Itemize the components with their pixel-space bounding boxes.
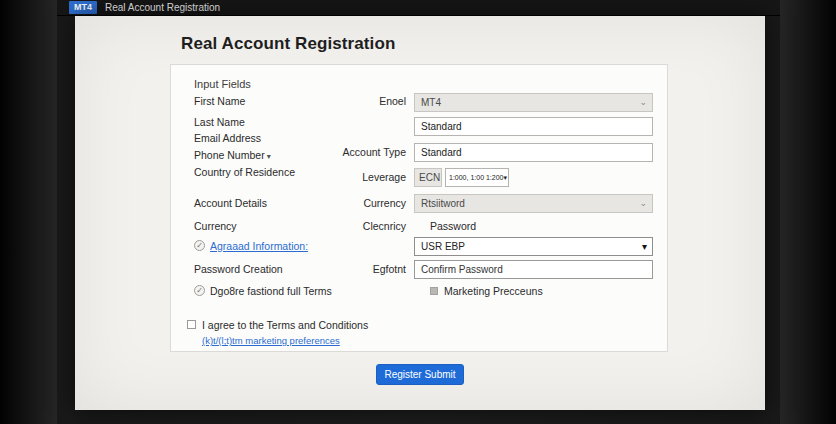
screen: MT4 Real Account Registration Real Accou… [0,0,836,424]
leverage-select[interactable]: 1:000, 1:00 1:200▾ [445,168,509,187]
confirm-password-value: Confirm Password [421,264,503,275]
ecn-label: ECN [419,172,440,183]
currency-value: Rtsiitword [421,198,465,209]
currency-select[interactable]: Rtsiitword ⌄ [414,194,653,213]
register-submit-button[interactable]: Register Submit [376,364,464,385]
currency2-label: Clecnricy [271,220,406,232]
page: Real Account Registration Input Fields F… [75,16,765,410]
section-title: Input Fields [194,78,251,90]
last-name-label: Last Name [194,116,245,128]
dark-edge-left [0,0,57,424]
account-details-label: Account Details [194,197,267,209]
phone-number-dropdown[interactable]: Phone Number▾ [194,149,271,161]
form-card: Input Fields First Name Last Name Email … [170,64,668,352]
account-type-label: Account Type [271,146,406,158]
window-title: Real Account Registration [105,2,220,13]
password-label: Password [430,220,476,232]
phone-number-label: Phone Number [194,149,265,161]
terms-checkbox[interactable] [187,320,196,329]
confirm-password-input[interactable]: Confirm Password [414,260,653,279]
ecn-button[interactable]: ECN [414,168,442,187]
password-creation-label: Password Creation [194,263,283,275]
check-circle-icon: ✓ [194,285,205,296]
confirm-label: Egfotnt [271,263,406,275]
platform-value: MT4 [421,97,441,108]
chevron-down-icon: ⌄ [639,195,647,212]
caret-down-icon: ▾ [642,238,647,255]
email-address-label: Email Address [194,132,261,144]
marketing-label: Marketing Precceuns [444,285,543,297]
platform-select[interactable]: MT4 ⌄ [414,93,653,112]
account-subtype-input[interactable]: Standard [414,143,653,162]
check-circle-icon: ✓ [194,240,205,251]
full-terms-label: Dgo8re fastiond full Terms [210,285,332,297]
marketing-preferences-link[interactable]: (k)t/(l;t)tm marketing preferences [202,335,340,346]
window-titlebar: MT4 Real Account Registration [57,0,780,16]
account-type-value: Standard [421,121,462,132]
terms-label: I agree to the Terms and Conditions [202,319,368,331]
page-title: Real Account Registration [181,34,395,54]
caret-down-icon: ▾ [504,174,508,181]
agreed-information-link[interactable]: Agraaad Information: [210,240,308,252]
account-subtype-value: Standard [421,147,462,158]
mt4-badge: MT4 [69,1,97,14]
base-currency-select[interactable]: USR EBP ▾ [414,237,653,256]
marketing-checkbox[interactable] [430,287,438,295]
chevron-down-icon: ⌄ [639,94,647,111]
leverage-label: Leverage [271,171,406,183]
currency-mid-label: Currency [271,197,406,209]
leverage-value: 1:000, 1:00 1:200 [449,174,504,181]
platform-label: Enoel [271,95,406,107]
base-currency-value: USR EBP [421,241,465,252]
dark-edge-right [780,0,836,424]
currency-label: Currency [194,220,237,232]
first-name-label: First Name [194,95,245,107]
account-type-input[interactable]: Standard [414,117,653,136]
